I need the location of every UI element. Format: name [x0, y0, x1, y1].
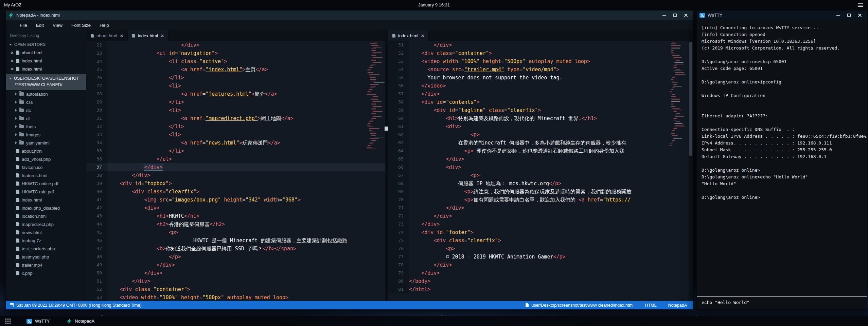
sidebar-folder-css[interactable]: css — [6, 98, 86, 106]
code-line-77[interactable]: 77 © 2018 - 2019 HKWTC Animation Gamer</… — [388, 253, 693, 261]
code-line-65[interactable]: 65 </div> — [388, 155, 693, 163]
code-line-27[interactable]: 27 <li> — [86, 82, 385, 90]
sidebar-file-testmysql.php[interactable]: testmysql.php — [6, 253, 86, 261]
code-line-24[interactable]: 24 <li class="active"> — [86, 57, 385, 65]
code-area-right[interactable]: 51 </div>52 <div class="container">53 <v… — [388, 41, 693, 301]
notepada-titlebar[interactable]: NotepadA - index.html — [6, 11, 693, 20]
code-line-46[interactable]: 46 HKWTC 是一個 Minecraft 的建築伺服器，主要建築計劃包括鐵路 — [86, 236, 385, 245]
maximize-button[interactable] — [845, 12, 853, 19]
code-line-74[interactable]: 74 <div id="footer"> — [388, 228, 693, 236]
sidebar-file-about.html[interactable]: about.html — [6, 147, 86, 155]
code-line-40[interactable]: 40 <div class="clearfix"> — [86, 188, 385, 196]
code-line-38[interactable]: 38 </div> — [86, 171, 385, 179]
minimize-button[interactable] — [660, 12, 669, 19]
code-line-70[interactable]: 70 <p>如有問題或需要申請白名單，歡迎加入我們的 <a href="http… — [388, 196, 693, 204]
scrollbar-track[interactable] — [689, 41, 693, 301]
sidebar-file-HKWTC notice.pdf[interactable]: HKWTC notice.pdf — [6, 179, 86, 188]
code-line-36[interactable]: 36 </ul> — [86, 155, 385, 163]
scrollbar-thumb[interactable] — [689, 42, 692, 156]
code-line-72[interactable]: 72 </div> — [388, 212, 693, 220]
code-line-53[interactable]: 53 <video width="100%" height="500px" au… — [86, 293, 385, 301]
code-line-26[interactable]: 26 </li> — [86, 74, 385, 82]
code-line-34[interactable]: 34 <a href="news.html">玩家傳送門</a> — [86, 139, 385, 147]
minimap-right[interactable] — [669, 42, 687, 147]
code-line-23[interactable]: 23 <ul id="navigation"> — [86, 49, 385, 57]
code-line-63[interactable]: 63 在香港的Minecraft 伺服器中，多為小遊戲和純生存的伺服器，較少擁有 — [388, 139, 693, 147]
close-editor-icon[interactable] — [11, 51, 14, 54]
menu-font-size[interactable]: Font Size — [67, 21, 95, 30]
code-line-22[interactable]: 22 </div> — [86, 41, 385, 49]
open-editor-about.html[interactable]: about.html — [6, 49, 86, 57]
code-line-33[interactable]: 33 <li> — [86, 131, 385, 139]
close-tab-icon[interactable] — [161, 34, 164, 37]
sidebar-file-add_vhost.php[interactable]: add_vhost.php — [6, 155, 86, 163]
minimize-button[interactable] — [834, 12, 843, 19]
code-line-54[interactable]: 54 <source src="trailer.mp4" type="video… — [388, 65, 693, 74]
code-line-41[interactable]: 41 <img src="images/box.png" height="342… — [86, 196, 385, 204]
app-launcher-button[interactable] — [0, 316, 16, 326]
tab-index.html[interactable]: index.html — [388, 30, 429, 41]
sidebar-file-HKWTC rule.pdf[interactable]: HKWTC rule.pdf — [6, 188, 86, 196]
code-line-42[interactable]: 42 <div> — [86, 204, 385, 212]
code-line-43[interactable]: 43 <h1>HKWTC</h1> — [86, 212, 385, 220]
code-line-68[interactable]: 68 伺服器 IP 地址為： mcs.hkwtc.org</p> — [388, 179, 693, 188]
sidebar-file-index.html[interactable]: index.html — [6, 196, 86, 204]
code-line-32[interactable]: 32 </li> — [86, 122, 385, 131]
taskbar-item-notepada[interactable]: NotepadA — [60, 316, 101, 326]
code-line-49[interactable]: 49 </div> — [86, 261, 385, 269]
code-line-64[interactable]: 64 <p> 即使你不是建築師，你也能透過紅石師或鐵路工程師的身份加入我 — [388, 147, 693, 155]
code-line-81[interactable]: 81</html> — [388, 285, 693, 293]
code-area-left[interactable]: 22 </div>23 <ul id="navigation">24 <li c… — [86, 41, 385, 301]
tab-about.html[interactable]: about.html — [86, 30, 128, 41]
sidebar-file-teabag.7z[interactable]: teabag.7z — [6, 236, 86, 245]
code-line-66[interactable]: 66 <div> — [388, 163, 693, 171]
menu-help[interactable]: Help — [95, 21, 113, 30]
code-line-76[interactable]: 76 <p> — [388, 245, 693, 253]
minimap-left[interactable] — [364, 42, 383, 150]
close-tab-icon[interactable] — [421, 34, 424, 37]
sidebar-folder-images[interactable]: images — [6, 131, 86, 139]
code-line-29[interactable]: 29 </li> — [86, 98, 385, 106]
sidebar-folder-dc[interactable]: dc — [6, 106, 86, 114]
code-line-50[interactable]: 50 </div> — [86, 269, 385, 277]
code-line-28[interactable]: 28 <a href="features.html">簡介</a> — [86, 90, 385, 98]
code-line-48[interactable]: 48 </p> — [86, 253, 385, 261]
code-line-78[interactable]: 78 </div> — [388, 261, 693, 269]
code-line-45[interactable]: 45 <p> — [86, 228, 385, 236]
open-editor-index.html[interactable]: index.html — [6, 65, 86, 73]
code-line-69[interactable]: 69 <p>請注意，我們的伺服器為確保玩家及遊玩時的質素，我們對的服務開放 — [388, 188, 693, 196]
sidebar-file-news.html[interactable]: news.html — [6, 228, 86, 236]
code-line-51[interactable]: 51 </div> — [388, 41, 693, 49]
terminal-output[interactable]: [info] Connecting to arozos WsTTY servic… — [697, 20, 867, 296]
code-line-39[interactable]: 39 <div id="topbox"> — [86, 179, 385, 188]
maximize-button[interactable] — [671, 12, 679, 19]
code-line-60[interactable]: 60 <h1>特別為建築及鐵路而設，現代化的 Minecraft 世界.</h1… — [388, 114, 693, 122]
sidebar-file-location.html[interactable]: location.html — [6, 212, 86, 220]
menu-file[interactable]: File — [15, 21, 32, 30]
sidebar-file-test_sockets.php[interactable]: test_sockets.php — [6, 245, 86, 253]
close-button[interactable] — [855, 12, 864, 19]
code-line-56[interactable]: 56 </video> — [388, 82, 693, 90]
code-line-47[interactable]: 47 <b>你知道我們全線伺服器已轉用 SSD 了嗎？</b></span> — [86, 245, 385, 253]
menu-edit[interactable]: Edit — [32, 21, 48, 30]
sidebar-file-trailer.mp4[interactable]: trailer.mp4 — [6, 261, 86, 269]
code-line-71[interactable]: 71 </div> — [388, 204, 693, 212]
sidebar-file-index.php_disabled[interactable]: index.php_disabled — [6, 204, 86, 212]
sidebar-file-mapredirect.php[interactable]: mapredirect.php — [6, 220, 86, 228]
hamburger-menu-icon[interactable] — [858, 3, 863, 7]
code-line-61[interactable]: 61 <div> — [388, 122, 693, 131]
code-line-31[interactable]: 31 <a href="mapredirect.php">網上地圖</a> — [86, 114, 385, 122]
code-line-58[interactable]: 58 <div id="contents"> — [388, 98, 693, 106]
code-line-44[interactable]: 44 <h2>香港的建築伺服器</h2> — [86, 220, 385, 228]
sidebar-folder-fonts[interactable]: fonts — [6, 122, 86, 131]
code-line-52[interactable]: 52 <div class="container"> — [86, 285, 385, 293]
open-editor-index.html[interactable]: index.html — [6, 57, 86, 65]
code-line-35[interactable]: 35 </li> — [86, 147, 385, 155]
sidebar-file-favicon.ico[interactable]: favicon.ico — [6, 163, 86, 171]
terminal-input[interactable]: echo "Hello World" — [697, 296, 867, 309]
code-line-30[interactable]: 30 <li> — [86, 106, 385, 114]
open-editors-section[interactable]: OPEN EDITORS — [6, 40, 86, 49]
close-tab-icon[interactable] — [120, 34, 123, 37]
code-line-57[interactable]: 57 </div> — [388, 90, 693, 98]
code-line-62[interactable]: 62 <p> — [388, 131, 693, 139]
